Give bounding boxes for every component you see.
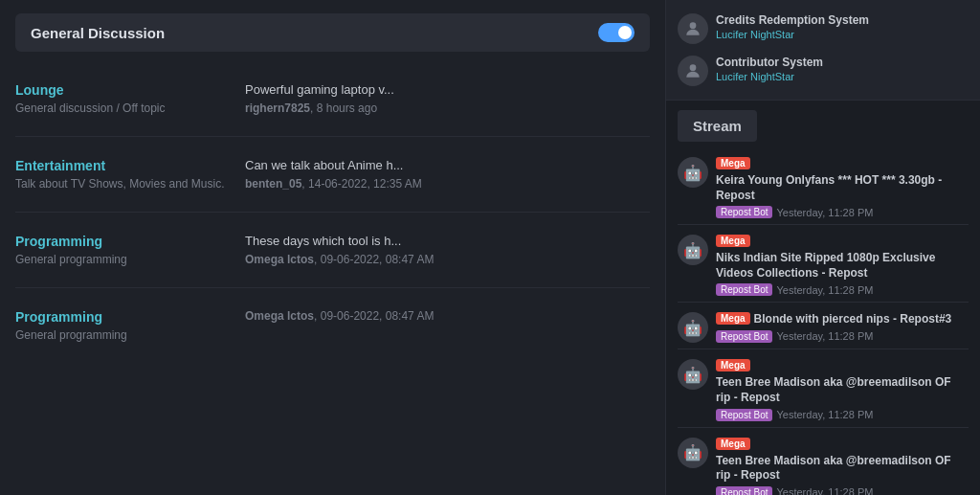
stream-post-title-4[interactable]: Teen Bree Madison aka @breemadilson OF r… [716,454,969,484]
stream-avatar-3: 🤖 [678,359,708,390]
forum-right-lounge: Powerful gaming laptop v... righern7825,… [226,82,650,115]
notif-item-credits: Credits Redemption System Lucifer NightS… [666,8,980,50]
notif-author-credits[interactable]: Lucifer NightStar [716,29,969,40]
stream-item-4: 🤖 Mega Teen Bree Madison aka @breemadils… [678,432,969,495]
stream-meta-4: Repost Bot Yesterday, 11:28 PM [716,486,969,495]
stream-content-1: Mega Niks Indian Site Ripped 1080p Exclu… [716,235,969,296]
forum-subtitle-entertainment: Talk about TV Shows, Movies and Music. [15,177,226,191]
right-panel: Credits Redemption System Lucifer NightS… [665,0,980,495]
stream-time-2: Yesterday, 11:28 PM [776,330,873,342]
stream-item-2: 🤖 Mega Blonde with pierced nips - Repost… [678,306,969,349]
stream-content-0: Mega Keira Young Onlyfans *** HOT *** 3.… [716,157,969,218]
repost-badge-0: Repost Bot [716,206,772,218]
notif-author-contributor[interactable]: Lucifer NightStar [716,71,969,82]
notif-avatar-credits [678,13,708,44]
forum-author-programming-1: Omega lctos [245,253,314,266]
stream-avatar-2: 🤖 [678,312,708,343]
stream-item-3: 🤖 Mega Teen Bree Madison aka @breemadils… [678,353,969,427]
forum-title-lounge[interactable]: Lounge [15,82,226,98]
forum-post-meta-programming-1: Omega lctos, 09-06-2022, 08:47 AM [245,253,650,266]
stream-item-1: 🤖 Mega Niks Indian Site Ripped 1080p Exc… [678,229,969,303]
user-icon [683,19,702,38]
stream-time-1: Yesterday, 11:28 PM [776,284,873,296]
notif-content-credits: Credits Redemption System Lucifer NightS… [716,13,969,40]
notif-content-contributor: Contributor System Lucifer NightStar [716,56,969,82]
left-panel: General Discussion Lounge General discus… [0,0,665,495]
forum-left-programming-2: Programming General programming [15,309,226,342]
mega-badge-1: Mega [716,235,750,247]
stream-content-3: Mega Teen Bree Madison aka @breemadilson… [716,359,969,420]
stream-post-header-1: Mega Niks Indian Site Ripped 1080p Exclu… [716,235,969,281]
stream-time-0: Yesterday, 11:28 PM [776,207,873,218]
forum-time-programming-2: 09-06-2022, 08:47 AM [321,309,434,323]
toggle-switch[interactable] [598,23,635,42]
stream-post-title-0[interactable]: Keira Young Onlyfans *** HOT *** 3.30gb … [716,173,969,203]
forum-item-programming-1: Programming General programming These da… [15,213,650,288]
stream-meta-1: Repost Bot Yesterday, 11:28 PM [716,283,969,296]
mega-badge-0: Mega [716,157,750,169]
notif-avatar-contributor [678,56,708,86]
repost-badge-1: Repost Bot [716,283,772,296]
forum-time-programming-1: 09-06-2022, 08:47 AM [321,253,434,266]
forum-post-title-programming-1[interactable]: These days which tool is h... [245,234,650,248]
forum-title-programming-2[interactable]: Programming [15,309,226,325]
general-discussion-title: General Discussion [31,25,165,41]
mega-badge-4: Mega [716,438,750,450]
stream-time-3: Yesterday, 11:28 PM [776,409,873,420]
top-notifications: Credits Redemption System Lucifer NightS… [666,0,980,101]
notif-item-contributor: Contributor System Lucifer NightStar [666,50,980,92]
forum-list: Lounge General discussion / Off topic Po… [0,61,665,363]
forum-left-lounge: Lounge General discussion / Off topic [15,82,226,115]
forum-title-programming-1[interactable]: Programming [15,234,226,249]
forum-subtitle-programming-2: General programming [15,328,226,342]
mega-badge-2: Mega [716,312,750,325]
mega-badge-3: Mega [716,359,750,371]
forum-right-programming-2: Omega lctos, 09-06-2022, 08:47 AM [226,309,650,323]
forum-left-programming-1: Programming General programming [15,234,226,266]
stream-content-4: Mega Teen Bree Madison aka @breemadilson… [716,438,969,495]
notif-title-contributor[interactable]: Contributor System [716,56,969,69]
stream-post-title-2[interactable]: Blonde with pierced nips - Repost#3 [754,312,952,327]
forum-subtitle-lounge: General discussion / Off topic [15,101,226,115]
forum-author-lounge: righern7825 [245,101,310,115]
user-icon-2 [683,61,702,80]
stream-avatar-4: 🤖 [678,438,708,468]
stream-post-header-4: Mega Teen Bree Madison aka @breemadilson… [716,438,969,484]
stream-post-title-3[interactable]: Teen Bree Madison aka @breemadilson OF r… [716,375,969,405]
repost-badge-2: Repost Bot [716,330,772,343]
forum-left-entertainment: Entertainment Talk about TV Shows, Movie… [15,158,226,191]
stream-avatar-0: 🤖 [678,157,708,188]
stream-meta-3: Repost Bot Yesterday, 11:28 PM [716,409,969,421]
forum-right-entertainment: Can we talk about Anime h... benten_05, … [226,158,650,191]
stream-list: 🤖 Mega Keira Young Onlyfans *** HOT *** … [678,151,969,495]
forum-subtitle-programming-1: General programming [15,253,226,266]
stream-content-2: Mega Blonde with pierced nips - Repost#3… [716,312,969,343]
forum-time-entertainment: 14-06-2022, 12:35 AM [308,177,422,191]
forum-post-title-lounge[interactable]: Powerful gaming laptop v... [245,82,650,97]
stream-meta-0: Repost Bot Yesterday, 11:28 PM [716,206,969,218]
stream-avatar-1: 🤖 [678,235,708,265]
forum-item-programming-2: Programming General programming Omega lc… [15,288,650,363]
forum-post-title-entertainment[interactable]: Can we talk about Anime h... [245,158,650,172]
general-discussion-header: General Discussion [15,13,650,52]
forum-title-entertainment[interactable]: Entertainment [15,158,226,173]
svg-point-1 [690,64,697,71]
forum-author-entertainment: benten_05 [245,177,301,191]
forum-author-programming-2: Omega lctos [245,309,314,323]
stream-post-header-3: Mega Teen Bree Madison aka @breemadilson… [716,359,969,405]
stream-post-header-2: Mega Blonde with pierced nips - Repost#3 [716,312,969,327]
forum-item-entertainment: Entertainment Talk about TV Shows, Movie… [15,137,650,213]
forum-item-lounge: Lounge General discussion / Off topic Po… [15,61,650,137]
repost-badge-3: Repost Bot [716,409,772,421]
stream-meta-2: Repost Bot Yesterday, 11:28 PM [716,330,969,343]
stream-post-title-1[interactable]: Niks Indian Site Ripped 1080p Exclusive … [716,251,969,281]
notif-title-credits[interactable]: Credits Redemption System [716,13,969,27]
forum-post-meta-entertainment: benten_05, 14-06-2022, 12:35 AM [245,177,650,191]
svg-point-0 [690,22,697,29]
forum-post-meta-lounge: righern7825, 8 hours ago [245,101,650,115]
stream-time-4: Yesterday, 11:28 PM [776,486,873,495]
repost-badge-4: Repost Bot [716,486,772,495]
stream-label: Stream [678,110,757,142]
stream-item-0: 🤖 Mega Keira Young Onlyfans *** HOT *** … [678,151,969,225]
forum-post-meta-programming-2: Omega lctos, 09-06-2022, 08:47 AM [245,309,650,323]
